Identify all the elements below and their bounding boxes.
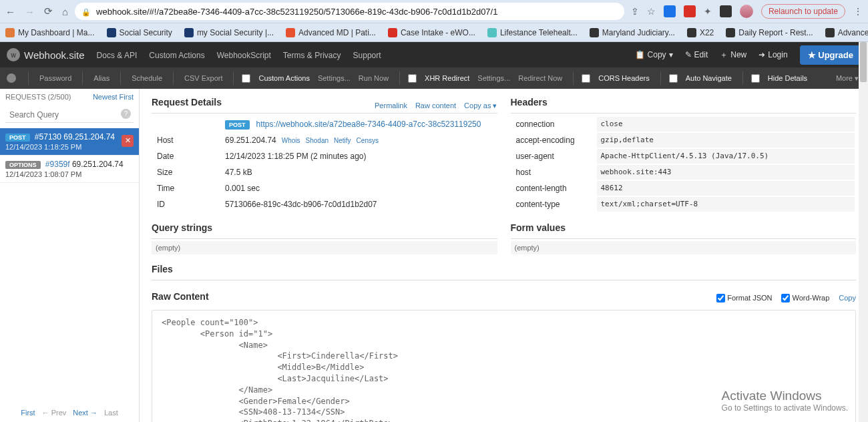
- copy-menu[interactable]: 📋 Copy ▾: [635, 50, 673, 59]
- custom-actions-checkbox[interactable]: [242, 74, 250, 83]
- form-values-title: Form values: [511, 222, 566, 233]
- schedule-button[interactable]: Schedule: [129, 74, 165, 82]
- run-now-button[interactable]: Run Now: [356, 74, 391, 82]
- browser-toolbar: ← → ⟳ ⌂ webhook.site/#!/a72bea8e-7346-44…: [0, 0, 868, 23]
- bookmark-item[interactable]: My Dashboard | Ma...: [5, 28, 95, 37]
- extension-icon[interactable]: [684, 5, 696, 17]
- bookmark-item[interactable]: my Social Security |...: [184, 28, 274, 37]
- hide-details-checkbox[interactable]: [751, 74, 760, 83]
- copy-raw-link[interactable]: Copy: [839, 294, 856, 302]
- login-button[interactable]: ➜ Login: [758, 50, 787, 59]
- auto-nav-checkbox[interactable]: [669, 74, 678, 83]
- nav-link[interactable]: Docs & API: [97, 51, 138, 60]
- bookmark-item[interactable]: X22: [687, 28, 714, 37]
- nav-link[interactable]: Support: [353, 51, 381, 60]
- query-strings-title: Query strings: [152, 222, 212, 233]
- xhr-redirect-label: XHR Redirect: [422, 74, 472, 82]
- lock-icon: [81, 7, 91, 17]
- app-navbar: w Webhook.site Docs & APICustom ActionsW…: [0, 42, 868, 67]
- word-wrap-toggle[interactable]: Word-Wrap: [781, 294, 829, 302]
- password-button[interactable]: Password: [37, 74, 74, 82]
- request-item[interactable]: POST #57130 69.251.204.7412/14/2023 1:18…: [0, 128, 139, 156]
- cors-checkbox[interactable]: [582, 74, 590, 83]
- pager-prev: ← Prev: [42, 409, 67, 417]
- xhr-settings-link[interactable]: Settings...: [475, 74, 513, 82]
- bookmark-item[interactable]: Maryland Judiciary...: [590, 28, 675, 37]
- alias-button[interactable]: Alias: [91, 74, 112, 82]
- menu-icon[interactable]: ⋮: [853, 6, 863, 17]
- bookmark-item[interactable]: Advanced MD | Pati...: [286, 28, 376, 37]
- bookmark-item[interactable]: Case Intake - eWO...: [388, 28, 475, 37]
- format-json-toggle[interactable]: Format JSON: [716, 294, 772, 302]
- home-icon[interactable]: ⌂: [62, 6, 68, 17]
- query-strings-empty: (empty): [152, 241, 497, 254]
- url-bar[interactable]: webhook.site/#!/a72bea8e-7346-4409-a7cc-…: [75, 3, 624, 20]
- edit-button[interactable]: ✎ Edit: [685, 50, 708, 59]
- redirect-now-button[interactable]: Redirect Now: [515, 74, 565, 82]
- pager: First ← Prev Next → Last: [0, 403, 139, 422]
- request-item[interactable]: OPTIONS #9359f 69.251.204.7412/14/2023 1…: [0, 156, 139, 183]
- copy-as-menu[interactable]: Copy as ▾: [464, 101, 497, 110]
- xhr-redirect-checkbox[interactable]: [408, 74, 417, 83]
- search-input[interactable]: [5, 108, 134, 123]
- pager-first[interactable]: First: [21, 409, 35, 417]
- relaunch-button[interactable]: Relaunch to update: [761, 4, 845, 19]
- new-button[interactable]: ＋ New: [720, 49, 746, 61]
- bookmark-item[interactable]: Lifestance Telehealt...: [487, 28, 578, 37]
- headers-title: Headers: [511, 97, 548, 108]
- bookmarks-bar: My Dashboard | Ma...Social Securitymy So…: [0, 23, 868, 42]
- headers-table: connectioncloseaccept-encodinggzip,defla…: [511, 116, 857, 213]
- details-table: POST https://webhook.site/a72bea8e-7346-…: [152, 116, 497, 213]
- scrollbar[interactable]: [859, 42, 868, 422]
- forward-icon[interactable]: →: [25, 6, 35, 17]
- requests-count: REQUESTS (2/500): [5, 93, 71, 101]
- form-values-empty: (empty): [511, 241, 857, 254]
- more-menu[interactable]: More ▾: [833, 74, 861, 83]
- raw-content-box[interactable]: <People count="100"> <Person id="1"> <Na…: [152, 310, 856, 422]
- url-text: webhook.site/#!/a72bea8e-7346-4409-a7cc-…: [96, 7, 497, 17]
- auto-nav-label: Auto Navigate: [683, 74, 734, 82]
- pager-last: Last: [104, 409, 118, 417]
- settings-link[interactable]: Settings...: [315, 74, 353, 82]
- sidebar: REQUESTS (2/500) Newest First ? POST #57…: [0, 89, 140, 422]
- permalink-link[interactable]: Permalink: [375, 101, 407, 110]
- share-icon[interactable]: ⇪: [631, 6, 639, 17]
- upgrade-button[interactable]: ★ Upgrade: [800, 45, 861, 65]
- avatar[interactable]: [740, 5, 753, 18]
- nav-link[interactable]: WebhookScript: [217, 51, 271, 60]
- bookmark-item[interactable]: Advanced MD | Pati...: [825, 28, 868, 37]
- extension-icon[interactable]: [720, 5, 732, 17]
- app-icon[interactable]: [7, 73, 16, 83]
- bookmark-item[interactable]: Daily Report - Rest...: [726, 28, 813, 37]
- content: Request Details Permalink Raw content Co…: [140, 89, 868, 422]
- pager-next[interactable]: Next →: [73, 409, 97, 417]
- delete-icon[interactable]: ✕: [122, 135, 134, 147]
- star-icon[interactable]: ☆: [647, 6, 656, 17]
- cors-label: CORS Headers: [596, 74, 652, 82]
- help-icon[interactable]: ?: [121, 109, 131, 119]
- request-details-title: Request Details: [152, 97, 222, 108]
- back-icon[interactable]: ←: [5, 6, 15, 17]
- bookmark-item[interactable]: Social Security: [107, 28, 172, 37]
- csv-export-button[interactable]: CSV Export: [182, 74, 225, 82]
- nav-link[interactable]: Terms & Privacy: [283, 51, 341, 60]
- raw-content-title: Raw Content: [152, 291, 209, 302]
- raw-content-link[interactable]: Raw content: [415, 101, 456, 110]
- files-title: Files: [152, 264, 173, 274]
- sort-newest[interactable]: Newest First: [93, 93, 134, 101]
- hide-details-label: Hide Details: [765, 74, 810, 82]
- brand-logo: w: [7, 48, 20, 61]
- custom-actions-label: Custom Actions: [256, 74, 312, 82]
- sub-toolbar: Password Alias Schedule CSV Export Custo…: [0, 67, 868, 89]
- extension-icon[interactable]: [664, 5, 676, 17]
- reload-icon[interactable]: ⟳: [44, 5, 53, 17]
- brand-text: Webhook.site: [24, 49, 85, 61]
- nav-link[interactable]: Custom Actions: [149, 51, 204, 60]
- extensions-icon[interactable]: ✦: [704, 6, 712, 17]
